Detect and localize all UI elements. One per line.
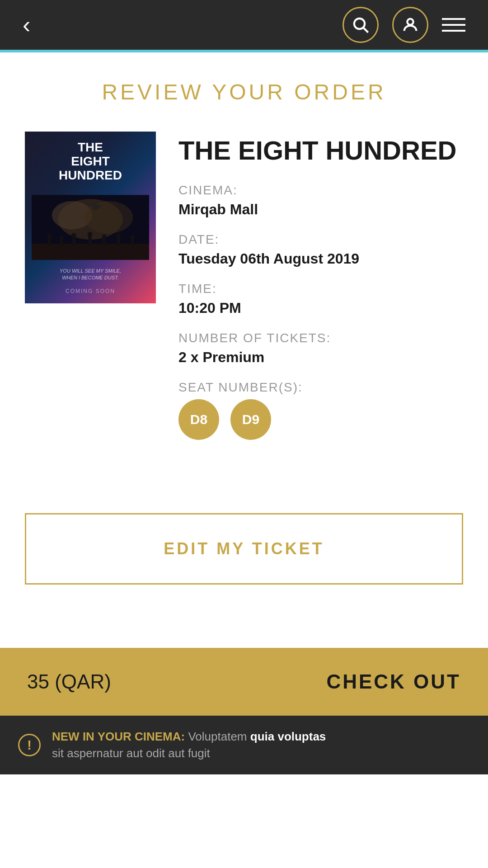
notification-bar: ! NEW IN YOUR CINEMA: Voluptatem quia vo… xyxy=(0,716,488,774)
seat-badge-d9: D9 xyxy=(230,399,271,440)
seats-container: D8 D9 xyxy=(178,399,463,440)
date-label: DATE: xyxy=(178,232,463,247)
movie-section: THEEIGHTHUNDRED xyxy=(25,132,463,454)
svg-point-17 xyxy=(102,235,106,239)
svg-point-6 xyxy=(84,201,133,234)
tickets-value: 2 x Premium xyxy=(178,349,463,366)
poster-silhouette-art xyxy=(32,191,149,264)
svg-point-19 xyxy=(116,233,121,238)
svg-point-13 xyxy=(71,233,76,238)
time-value: 10:20 PM xyxy=(178,300,463,316)
menu-button[interactable] xyxy=(442,18,465,32)
svg-rect-14 xyxy=(89,236,92,245)
user-icon xyxy=(401,16,419,34)
svg-rect-7 xyxy=(32,244,149,260)
svg-rect-10 xyxy=(60,239,63,246)
svg-rect-18 xyxy=(117,237,120,246)
poster-tagline: YOU WILL SEE MY SMILE,WHEN I BECOME DUST… xyxy=(29,268,151,281)
seat-badge-d8: D8 xyxy=(178,399,219,440)
svg-point-21 xyxy=(131,235,135,239)
edit-ticket-button[interactable]: EDIT MY TICKET xyxy=(25,513,463,585)
svg-rect-12 xyxy=(72,237,76,246)
profile-button[interactable] xyxy=(392,7,428,43)
svg-point-2 xyxy=(407,19,413,25)
tickets-label: NUMBER OF TICKETS: xyxy=(178,331,463,345)
hamburger-line xyxy=(442,30,465,32)
hamburger-line xyxy=(442,18,465,20)
poster-title: THEEIGHTHUNDRED xyxy=(59,141,122,182)
svg-point-9 xyxy=(47,234,52,239)
svg-point-0 xyxy=(354,19,365,29)
tickets-group: NUMBER OF TICKETS: 2 x Premium xyxy=(178,331,463,366)
search-button[interactable] xyxy=(343,7,379,43)
spacer xyxy=(0,612,488,648)
checkout-button[interactable]: CHECK OUT xyxy=(326,670,461,693)
time-label: TIME: xyxy=(178,282,463,296)
edit-button-container: EDIT MY TICKET xyxy=(25,513,463,585)
hamburger-line xyxy=(442,24,465,26)
notification-text: NEW IN YOUR CINEMA: Voluptatem quia volu… xyxy=(52,728,326,761)
price-display: 35 (QAR) xyxy=(27,670,111,693)
poster-inner: THEEIGHTHUNDRED xyxy=(25,132,156,303)
checkout-bar: 35 (QAR) CHECK OUT xyxy=(0,648,488,716)
time-group: TIME: 10:20 PM xyxy=(178,282,463,316)
movie-poster: THEEIGHTHUNDRED xyxy=(25,132,156,303)
cinema-value: Mirqab Mall xyxy=(178,201,463,218)
page-title: REVIEW YOUR ORDER xyxy=(25,80,463,104)
movie-title: THE EIGHT HUNDRED xyxy=(178,136,463,165)
date-value: Tuesday 06th August 2019 xyxy=(178,250,463,267)
notification-end: sit aspernatur aut odit aut fugit xyxy=(52,746,210,760)
movie-details: THE EIGHT HUNDRED CINEMA: Mirqab Mall DA… xyxy=(178,132,463,454)
back-button[interactable]: ‹ xyxy=(23,13,30,37)
svg-point-23 xyxy=(92,203,97,208)
exclamation-mark: ! xyxy=(27,737,32,753)
search-icon xyxy=(352,16,370,34)
notification-em: quia voluptas xyxy=(250,730,326,743)
date-group: DATE: Tuesday 06th August 2019 xyxy=(178,232,463,267)
svg-rect-8 xyxy=(48,238,51,246)
svg-rect-20 xyxy=(131,239,134,246)
header: ‹ xyxy=(0,0,488,50)
svg-point-15 xyxy=(88,232,93,237)
header-right xyxy=(343,7,465,43)
svg-line-1 xyxy=(364,28,368,33)
notification-strong: NEW IN YOUR CINEMA: xyxy=(52,730,185,743)
seats-label: SEAT NUMBER(S): xyxy=(178,380,463,395)
notification-icon: ! xyxy=(18,734,41,756)
cinema-group: CINEMA: Mirqab Mall xyxy=(178,183,463,218)
main-content: REVIEW YOUR ORDER THEEIGHTHUNDRED xyxy=(0,52,488,504)
seats-group: SEAT NUMBER(S): D8 D9 xyxy=(178,380,463,440)
notification-normal: Voluptatem xyxy=(185,730,250,743)
cinema-label: CINEMA: xyxy=(178,183,463,198)
svg-rect-16 xyxy=(103,238,106,246)
poster-coming-soon: COMING SOON xyxy=(25,288,156,294)
svg-point-11 xyxy=(60,236,64,240)
header-left: ‹ xyxy=(23,13,30,37)
